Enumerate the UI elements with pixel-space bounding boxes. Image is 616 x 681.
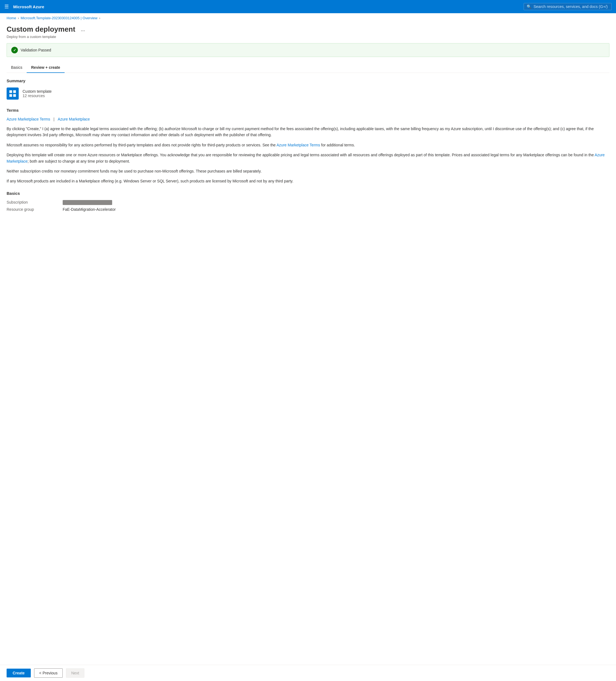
resource-group-label: Resource group [7, 207, 56, 211]
main-content: Summary Custom template 12 resources Ter… [0, 73, 616, 234]
resource-count: 12 resources [23, 94, 52, 98]
terms-paragraph-2: Microsoft assumes no responsibility for … [7, 142, 609, 148]
terms-section: Terms Azure Marketplace Terms | Azure Ma… [7, 108, 609, 184]
template-name: Custom template [23, 89, 52, 94]
terms-paragraph-5: If any Microsoft products are included i… [7, 178, 609, 184]
terms-paragraph-1: By clicking "Create," I (a) agree to the… [7, 126, 609, 138]
validation-banner: Validation Passed [7, 43, 609, 57]
svg-rect-3 [13, 94, 16, 97]
terms-paragraph-4: Neither subscription credits nor monetar… [7, 168, 609, 174]
tab-bar: Basics Review + create [7, 62, 609, 73]
basics-grid: Subscription Resource group FaE-DataMigr… [7, 200, 609, 211]
svg-rect-1 [13, 90, 16, 93]
terms-p2-post: for additional terms. [320, 143, 355, 147]
svg-rect-2 [9, 94, 12, 97]
azure-marketplace-terms-link[interactable]: Azure Marketplace Terms [7, 117, 50, 121]
terms-section-title: Terms [7, 108, 609, 112]
azure-marketplace-link[interactable]: Azure Marketplace [58, 117, 90, 121]
tab-review-create[interactable]: Review + create [27, 62, 64, 73]
subscription-label: Subscription [7, 200, 56, 205]
breadcrumb-separator-2: › [99, 16, 100, 20]
validation-text: Validation Passed [21, 48, 51, 52]
terms-p2-link[interactable]: Azure Marketplace Terms [276, 143, 320, 147]
subscription-redacted-bar [63, 200, 112, 205]
tab-basics[interactable]: Basics [7, 62, 27, 73]
basics-summary-title: Basics [7, 191, 609, 196]
validation-passed-icon [11, 47, 18, 53]
terms-links: Azure Marketplace Terms | Azure Marketpl… [7, 117, 609, 121]
breadcrumb-separator-1: › [18, 16, 19, 20]
svg-rect-0 [9, 90, 12, 93]
page-subtitle: Deploy from a custom template [7, 35, 75, 39]
ellipsis-menu-button[interactable]: ··· [79, 27, 87, 35]
resource-group-value: FaE-DataMigration-Accelerator [63, 207, 609, 211]
breadcrumb: Home › Microsoft.Template-20230303124005… [0, 13, 616, 23]
basics-summary-section: Basics Subscription Resource group FaE-D… [7, 191, 609, 211]
breadcrumb-home[interactable]: Home [7, 16, 16, 20]
subscription-value [63, 200, 609, 205]
summary-section-title: Summary [7, 78, 609, 83]
terms-paragraph-3: Deploying this template will create one … [7, 152, 609, 164]
breadcrumb-template-overview[interactable]: Microsoft.Template-20230303124005 | Over… [21, 16, 97, 20]
terms-p2-pre: Microsoft assumes no responsibility for … [7, 143, 276, 147]
terms-p3-post: ; both are subject to change at any time… [27, 159, 130, 163]
app-title: Microsoft Azure [13, 4, 519, 9]
terms-link-divider: | [53, 117, 54, 121]
search-placeholder-text: Search resources, services, and docs (G+… [534, 4, 608, 9]
terms-p3-pre: Deploying this template will create one … [7, 153, 594, 157]
template-icon [7, 87, 19, 100]
top-navigation: ☰ Microsoft Azure 🔍 Search resources, se… [0, 0, 616, 13]
summary-card: Custom template 12 resources [7, 87, 609, 100]
page-title: Custom deployment [7, 25, 75, 33]
hamburger-menu-icon[interactable]: ☰ [4, 4, 9, 10]
template-svg-icon [9, 90, 17, 97]
search-icon: 🔍 [527, 4, 531, 9]
page-header: Custom deployment Deploy from a custom t… [0, 23, 616, 43]
search-box[interactable]: 🔍 Search resources, services, and docs (… [524, 3, 612, 10]
